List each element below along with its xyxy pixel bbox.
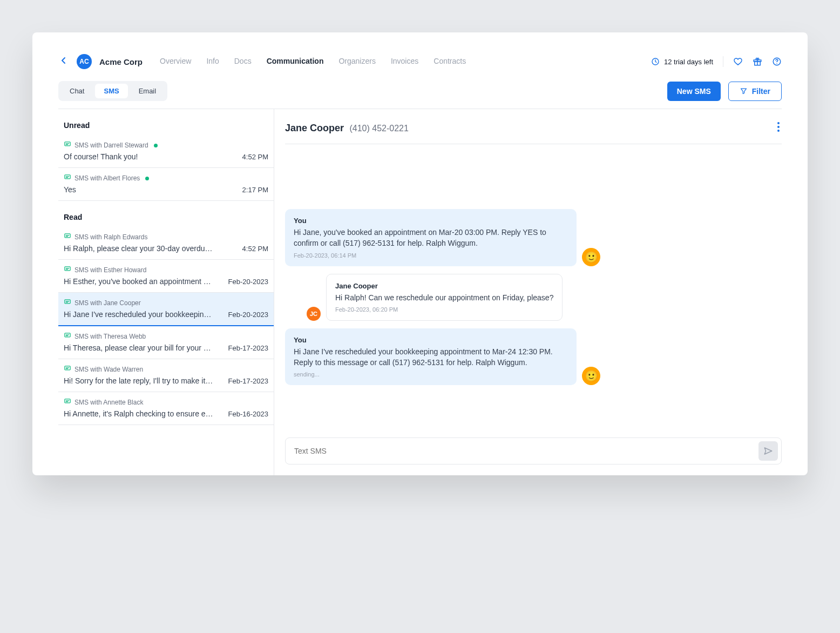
nav-tab-invoices[interactable]: Invoices <box>391 57 418 66</box>
filter-button[interactable]: Filter <box>728 82 782 101</box>
segment-sms[interactable]: SMS <box>95 84 127 98</box>
help-icon[interactable] <box>772 57 782 66</box>
svg-rect-10 <box>65 366 71 370</box>
conversation-time: Feb-17-2023 <box>228 344 268 352</box>
clock-icon <box>651 57 660 66</box>
conversation-preview: Yes <box>64 185 76 194</box>
conversation-with: SMS with Darrell Steward <box>74 142 148 149</box>
segment-email[interactable]: Email <box>130 84 165 98</box>
conversation-item[interactable]: SMS with Esther HowardHi Esther, you've … <box>58 260 274 293</box>
nav-tab-docs[interactable]: Docs <box>234 57 252 66</box>
message-timestamp: sending... <box>294 371 568 378</box>
conversation-item[interactable]: SMS with Wade WarrenHi! Sorry for the la… <box>58 359 274 392</box>
message-timestamp: Feb-20-2023, 06:14 PM <box>294 252 568 259</box>
back-button[interactable] <box>58 55 68 69</box>
org-name: Acme Corp <box>99 57 143 66</box>
svg-point-12 <box>777 122 780 124</box>
conversation-item[interactable]: SMS with Annette BlackHi Annette, it's R… <box>58 392 274 425</box>
sms-icon <box>64 365 71 374</box>
nav-tab-contracts[interactable]: Contracts <box>433 57 466 66</box>
conversation-preview: Hi Esther, you've booked an appointment … <box>64 277 215 286</box>
trial-days: 12 trial days left <box>651 57 713 66</box>
heart-icon[interactable] <box>733 57 743 66</box>
svg-point-14 <box>777 130 780 132</box>
app-window: AC Acme Corp OverviewInfoDocsCommunicati… <box>32 32 808 475</box>
sms-icon <box>64 232 71 242</box>
message-bubble: Jane CooperHi Ralph! Can we reschedule o… <box>326 274 563 321</box>
conversation-item[interactable]: SMS with Darrell StewardOf course! Thank… <box>58 135 274 168</box>
sms-icon <box>64 173 71 183</box>
message-row-outgoing: YouHi Jane, you've booked an appointment… <box>285 209 782 266</box>
conversation-preview: Hi Theresa, please clear your bill for y… <box>64 344 215 352</box>
nav-tab-overview[interactable]: Overview <box>160 57 191 66</box>
sms-icon <box>64 298 71 308</box>
conversation-detail: Jane Cooper (410) 452-0221 YouHi Jane, y… <box>274 109 782 475</box>
message-sender: Jane Cooper <box>335 282 553 290</box>
message-thread: YouHi Jane, you've booked an appointment… <box>285 144 782 427</box>
nav-tab-communication[interactable]: Communication <box>267 57 324 66</box>
message-text: Hi Ralph! Can we reschedule our appointm… <box>335 292 553 303</box>
conversation-with: SMS with Albert Flores <box>74 174 140 182</box>
sms-icon <box>64 140 71 150</box>
conversation-item[interactable]: SMS with Albert FloresYes2:17 PM <box>58 168 274 201</box>
conversation-preview: Hi Annette, it's Ralph checking to ensur… <box>64 409 215 418</box>
subbar: ChatSMSEmail New SMS Filter <box>32 69 808 109</box>
sms-composer <box>285 437 782 464</box>
message-sender: You <box>294 336 568 344</box>
avatar: JC <box>307 307 321 321</box>
conversation-with: SMS with Theresa Webb <box>74 333 146 340</box>
message-sender: You <box>294 217 568 225</box>
sms-icon <box>64 265 71 275</box>
message-text: Hi Jane I've rescheduled your bookkeepin… <box>294 346 568 368</box>
conversation-preview: Of course! Thank you! <box>64 152 138 161</box>
message-timestamp: Feb-20-2023, 06:20 PM <box>335 306 553 313</box>
send-icon <box>763 446 773 456</box>
message-row-incoming: JCJane CooperHi Ralph! Can we reschedule… <box>307 274 782 321</box>
trial-label: 12 trial days left <box>664 58 713 66</box>
nav-tab-organizers[interactable]: Organizers <box>338 57 375 66</box>
conversation-with: SMS with Jane Cooper <box>74 299 141 307</box>
topbar: AC Acme Corp OverviewInfoDocsCommunicati… <box>32 32 808 69</box>
conversation-time: Feb-20-2023 <box>228 311 268 319</box>
message-bubble: YouHi Jane, you've booked an appointment… <box>285 209 577 266</box>
org-avatar: AC <box>77 54 92 69</box>
sms-icon <box>64 332 71 341</box>
conversation-time: 2:17 PM <box>242 186 268 194</box>
svg-rect-8 <box>65 300 71 304</box>
svg-rect-11 <box>65 399 71 403</box>
more-menu-button[interactable] <box>775 120 782 136</box>
conversation-preview: Hi Jane I've rescheduled your bookkeepin… <box>64 310 215 319</box>
conversation-item[interactable]: SMS with Theresa WebbHi Theresa, please … <box>58 326 274 359</box>
nav-tab-info[interactable]: Info <box>206 57 219 66</box>
svg-rect-9 <box>65 333 71 337</box>
contact-phone: (410) 452-0221 <box>349 124 408 133</box>
conversation-item[interactable]: SMS with Jane CooperHi Jane I've resched… <box>58 293 274 326</box>
svg-point-13 <box>777 126 780 128</box>
unread-dot <box>145 177 149 180</box>
filter-icon <box>740 87 748 95</box>
message-bubble: YouHi Jane I've rescheduled your bookkee… <box>285 328 577 386</box>
new-sms-button[interactable]: New SMS <box>667 82 721 101</box>
conversation-item[interactable]: SMS with Ralph EdwardsHi Ralph, please c… <box>58 227 274 260</box>
channel-segment: ChatSMSEmail <box>58 81 167 101</box>
conversation-with: SMS with Wade Warren <box>74 366 143 373</box>
main-content: UnreadSMS with Darrell StewardOf course!… <box>58 109 782 475</box>
conversation-preview: Hi Ralph, please clear your 30-day overd… <box>64 244 215 253</box>
conversation-list: UnreadSMS with Darrell StewardOf course!… <box>58 109 274 475</box>
conversation-time: Feb-17-2023 <box>228 377 268 385</box>
nav-tabs: OverviewInfoDocsCommunicationOrganizersI… <box>160 57 643 66</box>
unread-dot <box>154 144 158 147</box>
conversation-time: Feb-20-2023 <box>228 278 268 286</box>
avatar: 🙂 <box>582 367 600 385</box>
segment-chat[interactable]: Chat <box>61 84 93 98</box>
message-text: Hi Jane, you've booked an appointment on… <box>294 227 568 249</box>
gift-icon[interactable] <box>753 57 762 66</box>
divider <box>723 56 723 67</box>
send-button[interactable] <box>758 441 778 461</box>
sms-input[interactable] <box>294 447 758 455</box>
section-header: Unread <box>58 109 274 135</box>
section-header: Read <box>58 201 274 227</box>
conversation-preview: Hi! Sorry for the late reply, I'll try t… <box>64 376 215 385</box>
filter-label: Filter <box>752 87 770 96</box>
conversation-time: 4:52 PM <box>242 245 268 253</box>
